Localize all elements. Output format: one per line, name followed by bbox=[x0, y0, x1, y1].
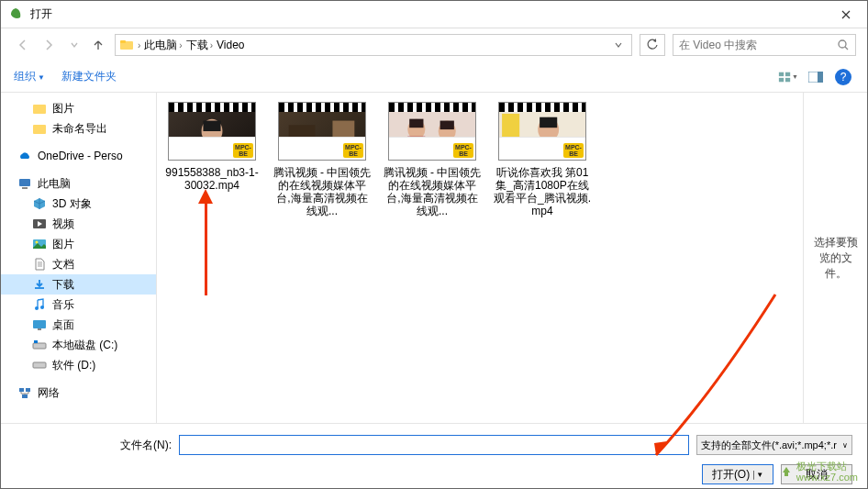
player-badge-icon: MPC-BE bbox=[563, 143, 584, 158]
arrow-right-icon bbox=[41, 38, 56, 52]
tree-downloads[interactable]: 下载 bbox=[1, 274, 156, 295]
svg-rect-20 bbox=[33, 343, 46, 349]
file-name: 腾讯视频 - 中国领先的在线视频媒体平台,海量高清视频在线观... bbox=[273, 166, 372, 217]
tree-diskd[interactable]: 软件 (D:) bbox=[1, 355, 156, 375]
breadcrumb-video[interactable]: Video bbox=[217, 39, 244, 51]
svg-point-17 bbox=[40, 306, 44, 309]
recent-dropdown[interactable] bbox=[63, 34, 85, 56]
player-badge-icon: MPC-BE bbox=[453, 143, 473, 158]
file-name: 听说你喜欢我 第01集_高清1080P在线观看平台_腾讯视频.mp4 bbox=[493, 166, 592, 217]
tree-documents[interactable]: 文档 bbox=[1, 254, 156, 274]
svg-rect-11 bbox=[19, 179, 30, 186]
cloud-icon bbox=[17, 149, 32, 163]
svg-rect-5 bbox=[779, 77, 784, 81]
file-type-filter[interactable]: 支持的全部文件(*.avi;*.mp4;*.r∨ bbox=[696, 435, 852, 455]
svg-rect-8 bbox=[818, 72, 823, 83]
file-item[interactable]: MPC-BE 991558388_nb3-1-30032.mp4 bbox=[162, 102, 262, 192]
download-icon bbox=[32, 277, 47, 292]
tree-videos[interactable]: 视频 bbox=[1, 214, 156, 234]
tree-3dobjects[interactable]: 3D 对象 bbox=[1, 194, 156, 214]
video-thumbnail: MPC-BE bbox=[498, 102, 586, 161]
file-name: 腾讯视频 - 中国领先的在线视频媒体平台,海量高清视频在线观... bbox=[383, 166, 482, 217]
navigation-row: › 此电脑 › 下载 › Video bbox=[1, 28, 867, 61]
titlebar: 打开 bbox=[1, 1, 867, 28]
chevron-down-icon bbox=[70, 40, 79, 50]
svg-point-16 bbox=[35, 306, 39, 310]
tree-thispc[interactable]: 此电脑 bbox=[1, 173, 156, 194]
breadcrumb-downloads[interactable]: 下载 bbox=[186, 38, 208, 53]
arrow-left-icon bbox=[16, 38, 30, 52]
folder-icon bbox=[32, 121, 47, 136]
svg-point-15 bbox=[36, 241, 39, 244]
organize-menu[interactable]: 组织▼ bbox=[14, 69, 45, 84]
close-icon bbox=[841, 10, 851, 19]
address-bar[interactable]: › 此电脑 › 下载 › Video bbox=[115, 34, 632, 56]
tree-diskc[interactable]: 本地磁盘 (C:) bbox=[1, 335, 156, 355]
path-dropdown[interactable] bbox=[609, 40, 628, 50]
filename-input[interactable] bbox=[179, 435, 689, 455]
chevron-right-icon: › bbox=[210, 40, 213, 50]
video-thumbnail: MPC-BE bbox=[388, 102, 476, 161]
video-thumbnail: MPC-BE bbox=[168, 102, 256, 161]
close-button[interactable] bbox=[825, 1, 867, 28]
help-button[interactable]: ? bbox=[832, 66, 854, 88]
chevron-down-icon: ∨ bbox=[842, 441, 848, 450]
music-icon bbox=[32, 297, 47, 312]
svg-rect-18 bbox=[33, 320, 46, 328]
tree-pictures2[interactable]: 图片 bbox=[1, 234, 156, 254]
sidebar-tree: 图片 未命名导出 OneDrive - Perso 此电脑 3D 对象 视频 图… bbox=[1, 93, 157, 423]
bottom-panel: 文件名(N): 支持的全部文件(*.avi;*.mp4;*.r∨ 打开(O)│▼… bbox=[1, 423, 867, 489]
svg-rect-10 bbox=[33, 125, 46, 134]
player-badge-icon: MPC-BE bbox=[343, 143, 363, 158]
svg-rect-23 bbox=[33, 362, 46, 368]
drive-icon bbox=[32, 338, 47, 352]
refresh-icon bbox=[646, 39, 659, 51]
tree-onedrive[interactable]: OneDrive - Perso bbox=[1, 146, 156, 166]
refresh-button[interactable] bbox=[640, 34, 665, 56]
app-icon bbox=[8, 7, 23, 22]
file-item[interactable]: MPC-BE 听说你喜欢我 第01集_高清1080P在线观看平台_腾讯视频.mp… bbox=[493, 102, 592, 217]
desktop-icon bbox=[32, 317, 47, 332]
open-button[interactable]: 打开(O)│▼ bbox=[702, 464, 773, 484]
preview-icon bbox=[808, 72, 823, 83]
network-icon bbox=[17, 385, 32, 400]
view-mode-button[interactable]: ▼ bbox=[777, 66, 799, 88]
svg-rect-3 bbox=[779, 72, 784, 75]
drive-icon bbox=[32, 358, 47, 372]
chevron-right-icon: › bbox=[179, 40, 182, 50]
tree-pictures[interactable]: 图片 bbox=[1, 98, 156, 118]
video-icon bbox=[32, 217, 47, 231]
up-button[interactable] bbox=[89, 36, 107, 54]
svg-rect-12 bbox=[22, 187, 28, 189]
forward-button[interactable] bbox=[38, 34, 60, 56]
preview-toggle-button[interactable] bbox=[805, 66, 827, 88]
cube-icon bbox=[32, 196, 47, 211]
breadcrumb-pc[interactable]: 此电脑 bbox=[144, 38, 177, 53]
newfolder-button[interactable]: 新建文件夹 bbox=[61, 69, 117, 84]
svg-rect-32 bbox=[409, 119, 423, 128]
preview-pane: 选择要预览的文件。 bbox=[803, 93, 867, 423]
svg-rect-22 bbox=[34, 340, 38, 343]
watermark-icon bbox=[780, 465, 793, 478]
file-list[interactable]: MPC-BE 991558388_nb3-1-30032.mp4 MPC-BE … bbox=[157, 93, 803, 423]
back-button[interactable] bbox=[12, 34, 34, 56]
main-area: 图片 未命名导出 OneDrive - Perso 此电脑 3D 对象 视频 图… bbox=[1, 93, 867, 423]
tree-desktop[interactable]: 桌面 bbox=[1, 315, 156, 335]
file-item[interactable]: MPC-BE 腾讯视频 - 中国领先的在线视频媒体平台,海量高清视频在线观... bbox=[383, 102, 482, 217]
tree-music[interactable]: 音乐 bbox=[1, 295, 156, 315]
svg-rect-35 bbox=[440, 121, 454, 130]
picture-icon bbox=[32, 237, 47, 251]
watermark: 极光下载站 www.xz7.com bbox=[780, 461, 858, 483]
search-box[interactable] bbox=[673, 34, 856, 56]
window-title: 打开 bbox=[30, 6, 825, 22]
player-badge-icon: MPC-BE bbox=[233, 143, 253, 158]
view-icon bbox=[778, 71, 791, 83]
svg-rect-28 bbox=[203, 121, 220, 131]
tree-network[interactable]: 网络 bbox=[1, 383, 156, 403]
tree-unnamed[interactable]: 未命名导出 bbox=[1, 118, 156, 139]
svg-rect-38 bbox=[540, 117, 557, 128]
search-input[interactable] bbox=[679, 39, 837, 51]
split-dropdown-icon: │▼ bbox=[751, 471, 763, 479]
filename-row: 文件名(N): 支持的全部文件(*.avi;*.mp4;*.r∨ bbox=[16, 435, 852, 455]
file-item[interactable]: MPC-BE 腾讯视频 - 中国领先的在线视频媒体平台,海量高清视频在线观... bbox=[273, 102, 372, 217]
